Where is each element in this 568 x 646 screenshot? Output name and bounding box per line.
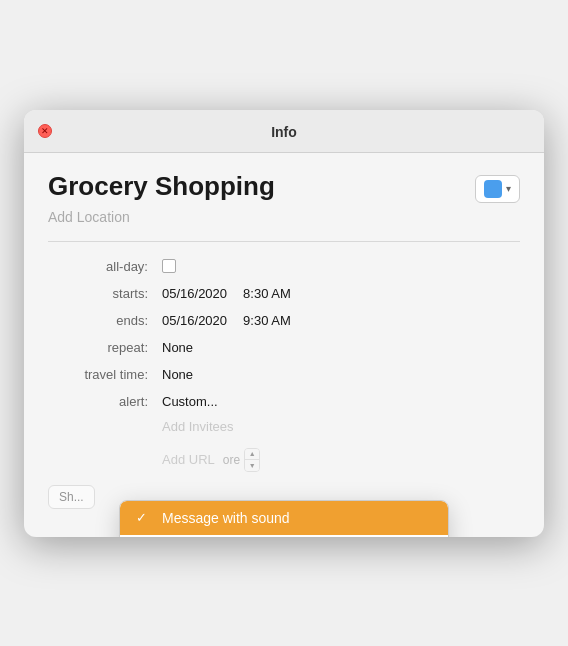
window-title: Info bbox=[271, 124, 297, 140]
all-day-label: all-day: bbox=[48, 259, 148, 274]
repeat-row: repeat: None bbox=[48, 335, 520, 360]
close-button[interactable]: ✕ bbox=[38, 124, 52, 138]
divider-1 bbox=[48, 241, 520, 242]
alert-row: alert: Custom... bbox=[48, 389, 520, 414]
content-area: Grocery Shopping ▾ Add Location all-day:… bbox=[24, 153, 544, 537]
travel-time-value[interactable]: None bbox=[162, 367, 193, 382]
color-swatch bbox=[484, 180, 502, 198]
more-row: Add URL ore ▲ ▼ bbox=[48, 443, 520, 477]
check-icon: ✓ bbox=[136, 510, 152, 525]
starts-date[interactable]: 05/16/2020 bbox=[162, 286, 227, 301]
alert-label: alert: bbox=[48, 394, 148, 409]
stepper-down-button[interactable]: ▼ bbox=[245, 460, 259, 471]
ends-time[interactable]: 9:30 AM bbox=[243, 313, 291, 328]
all-day-checkbox[interactable] bbox=[162, 259, 176, 273]
dropdown-item-email[interactable]: Email bbox=[120, 535, 448, 537]
more-label: ore bbox=[223, 453, 240, 467]
add-location-field[interactable]: Add Location bbox=[48, 209, 520, 225]
dropdown-item-message-with-sound[interactable]: ✓ Message with sound bbox=[120, 501, 448, 535]
add-url-row[interactable]: Add URL bbox=[162, 452, 215, 467]
ends-date[interactable]: 05/16/2020 bbox=[162, 313, 227, 328]
dropdown-item-label: Message with sound bbox=[162, 510, 290, 526]
stepper[interactable]: ▲ ▼ bbox=[244, 448, 260, 472]
starts-label: starts: bbox=[48, 286, 148, 301]
titlebar: ✕ Info bbox=[24, 110, 544, 153]
starts-row: starts: 05/16/2020 8:30 AM bbox=[48, 281, 520, 306]
all-day-row: all-day: bbox=[48, 254, 520, 279]
show-more-button[interactable]: Sh... bbox=[48, 485, 95, 509]
travel-time-label: travel time: bbox=[48, 367, 148, 382]
event-header: Grocery Shopping ▾ bbox=[48, 171, 520, 203]
ends-value[interactable]: 05/16/2020 9:30 AM bbox=[162, 313, 291, 328]
ends-label: ends: bbox=[48, 313, 148, 328]
chevron-down-icon: ▾ bbox=[506, 183, 511, 194]
ends-row: ends: 05/16/2020 9:30 AM bbox=[48, 308, 520, 333]
stepper-up-button[interactable]: ▲ bbox=[245, 449, 259, 461]
info-window: ✕ Info Grocery Shopping ▾ Add Location a… bbox=[24, 110, 544, 537]
alert-dropdown: ✓ Message with sound Email Open file Can… bbox=[119, 500, 449, 537]
color-picker-button[interactable]: ▾ bbox=[475, 175, 520, 203]
alert-value[interactable]: Custom... bbox=[162, 394, 218, 409]
travel-time-row: travel time: None bbox=[48, 362, 520, 387]
add-invitees-row[interactable]: Add Invitees bbox=[48, 414, 520, 439]
repeat-label: repeat: bbox=[48, 340, 148, 355]
event-title[interactable]: Grocery Shopping bbox=[48, 171, 275, 202]
form-rows: all-day: starts: 05/16/2020 8:30 AM ends… bbox=[48, 254, 520, 414]
repeat-value[interactable]: None bbox=[162, 340, 193, 355]
starts-time[interactable]: 8:30 AM bbox=[243, 286, 291, 301]
starts-value[interactable]: 05/16/2020 8:30 AM bbox=[162, 286, 291, 301]
